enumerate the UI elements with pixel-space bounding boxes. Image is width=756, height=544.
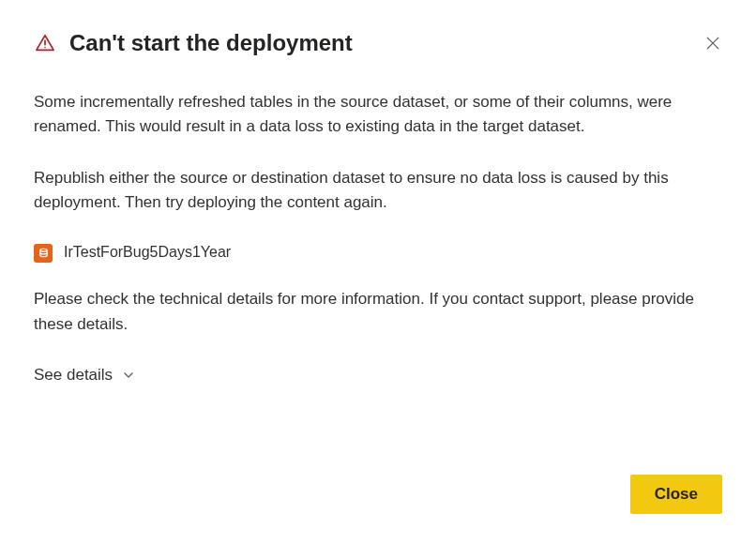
svg-point-4 xyxy=(39,249,46,252)
dataset-icon xyxy=(34,244,53,263)
dialog-message-1: Some incrementally refreshed tables in t… xyxy=(34,90,722,140)
see-details-toggle[interactable]: See details xyxy=(34,363,722,387)
dataset-name: IrTestForBug5Days1Year xyxy=(64,241,231,264)
chevron-down-icon xyxy=(122,369,135,382)
warning-triangle-icon xyxy=(34,32,56,54)
dialog-message-3: Please check the technical details for m… xyxy=(34,287,722,337)
see-details-label: See details xyxy=(34,363,113,387)
close-button[interactable]: Close xyxy=(630,475,722,514)
dataset-reference: IrTestForBug5Days1Year xyxy=(34,241,722,264)
close-icon[interactable] xyxy=(703,34,722,53)
dialog-header: Can't start the deployment xyxy=(34,30,722,56)
dialog-body: Some incrementally refreshed tables in t… xyxy=(34,90,722,452)
dialog-title: Can't start the deployment xyxy=(69,30,690,56)
svg-point-1 xyxy=(44,47,46,49)
dialog-message-2: Republish either the source or destinati… xyxy=(34,166,722,216)
dialog-footer: Close xyxy=(34,475,722,514)
